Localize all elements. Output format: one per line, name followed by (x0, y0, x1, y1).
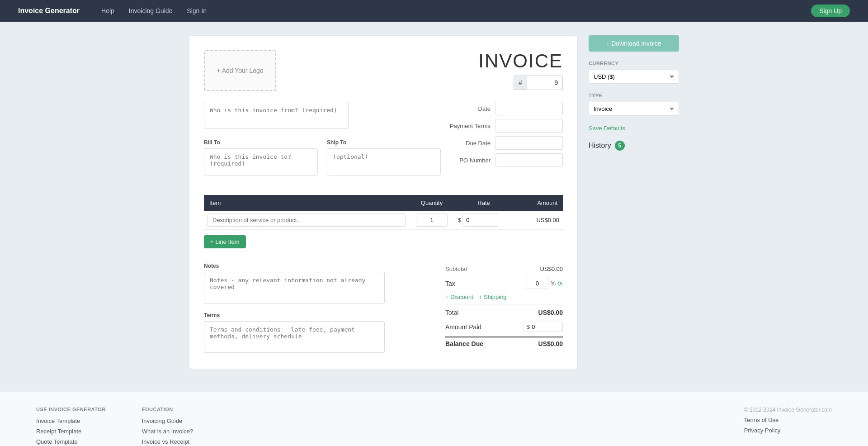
invoice-number-hash: # (514, 76, 527, 90)
currency-label: CURRENCY (589, 61, 679, 66)
due-date-row: Due Date (441, 136, 563, 150)
amount-paid-input[interactable] (532, 323, 559, 330)
nav-invoicing-guide[interactable]: Invoicing Guide (129, 7, 173, 14)
download-invoice-button[interactable]: ↓ Download Invoice (589, 35, 679, 52)
balance-due-row: Balance Due US$0.00 (445, 337, 563, 350)
amount-paid-input-wrap: $ (523, 322, 563, 332)
rate-dollar-symbol: $ (458, 217, 461, 223)
items-table: Item Quantity Rate Amount $ (204, 195, 563, 230)
total-label: Total (445, 309, 459, 316)
tax-row: Tax % ⟳ (445, 275, 563, 292)
logo-upload-label: + Add Your Logo (217, 67, 263, 74)
form-left: Bill To Ship To (204, 102, 441, 186)
add-discount-button[interactable]: + Discount (445, 294, 473, 300)
item-description-input[interactable] (208, 214, 406, 227)
footer-link-invoice-template[interactable]: Invoice Template (36, 418, 106, 424)
currency-select[interactable]: USD ($) EUR (€) GBP (£) CAD ($) AUD ($) (589, 70, 679, 84)
nav-sign-in[interactable]: Sign In (187, 7, 207, 14)
payment-terms-label: Payment Terms (441, 123, 491, 129)
history-label: History (589, 142, 611, 150)
date-input[interactable] (495, 102, 563, 115)
navbar: Invoice Generator Help Invoicing Guide S… (0, 0, 868, 22)
payment-terms-input[interactable] (495, 119, 563, 133)
footer-link-invoice-vs-receipt[interactable]: Invoice vs Receipt (142, 438, 193, 445)
col-quantity: Quantity (409, 195, 454, 211)
po-number-input[interactable] (495, 153, 563, 167)
date-label: Date (441, 105, 491, 112)
footer-col-1: USE INVOICE GENERATOR Invoice Template R… (36, 407, 106, 445)
bill-ship-row: Bill To Ship To (204, 139, 441, 177)
footer-link-privacy[interactable]: Privacy Policy (744, 427, 832, 434)
signup-button[interactable]: Sign Up (811, 5, 850, 17)
item-rate-input[interactable] (462, 214, 498, 227)
invoice-number-row: # (478, 76, 563, 90)
totals-section: Subtotal US$0.00 Tax % ⟳ + Discount + Sh… (445, 263, 563, 354)
footer-copyright: © 2012-2024 Invoice-Generator.com (744, 407, 832, 413)
footer-link-receipt-template[interactable]: Receipt Template (36, 428, 106, 435)
ship-to-input[interactable] (327, 148, 441, 176)
notes-label: Notes (204, 263, 431, 269)
history-badge: 5 (615, 141, 625, 151)
item-rate-cell: $ (454, 211, 513, 230)
table-header-row: Item Quantity Rate Amount (204, 195, 563, 211)
ship-to-label: Ship To (327, 139, 441, 146)
po-number-row: PO Number (441, 153, 563, 167)
add-line-item-button[interactable]: + Line Item (204, 235, 246, 248)
footer-col1-heading: USE INVOICE GENERATOR (36, 407, 106, 412)
bottom-section: Notes Terms Subtotal US$0.00 Tax % (204, 263, 563, 354)
type-section: TYPE Invoice Quote Receipt Estimate (589, 93, 679, 116)
col-rate: Rate (454, 195, 513, 211)
tax-pct-symbol: % (550, 280, 556, 287)
po-number-label: PO Number (441, 157, 491, 164)
type-select[interactable]: Invoice Quote Receipt Estimate (589, 102, 679, 116)
sidebar: ↓ Download Invoice CURRENCY USD ($) EUR … (589, 35, 679, 151)
invoice-number-input[interactable] (527, 76, 563, 90)
from-input[interactable] (204, 102, 349, 129)
col-amount: Amount (513, 195, 563, 211)
brand-logo: Invoice Generator (18, 7, 80, 15)
due-date-label: Due Date (441, 140, 491, 147)
item-desc-cell (204, 211, 409, 230)
total-row: Total US$0.00 (445, 306, 563, 319)
bill-to-input[interactable] (204, 148, 318, 176)
notes-terms-section: Notes Terms (204, 263, 431, 354)
terms-input[interactable] (204, 321, 385, 353)
logo-upload-area[interactable]: + Add Your Logo (204, 50, 276, 91)
item-amount-cell: US$0.00 (513, 211, 563, 230)
total-value: US$0.00 (538, 309, 563, 316)
subtotal-row: Subtotal US$0.00 (445, 263, 563, 275)
form-area: Bill To Ship To Date Payment Terms (204, 102, 563, 186)
save-defaults-link[interactable]: Save Defaults (589, 125, 679, 132)
item-qty-cell (409, 211, 454, 230)
subtotal-label: Subtotal (445, 266, 467, 272)
footer: USE INVOICE GENERATOR Invoice Template R… (0, 392, 868, 446)
meta-section: Date Payment Terms Due Date PO Number (441, 102, 563, 186)
invoice-title: INVOICE (478, 50, 563, 72)
footer-link-what-is-invoice[interactable]: What is an Invoice? (142, 428, 193, 435)
date-row: Date (441, 102, 563, 115)
notes-input[interactable] (204, 272, 385, 304)
nav-help[interactable]: Help (101, 7, 114, 14)
due-date-input[interactable] (495, 136, 563, 150)
balance-due-value: US$0.00 (538, 340, 563, 347)
ship-to-col: Ship To (327, 139, 441, 177)
discount-shipping-row: + Discount + Shipping (445, 292, 563, 302)
amount-paid-row: Amount Paid $ (445, 319, 563, 335)
main-container: + Add Your Logo INVOICE # Bill (0, 22, 868, 383)
terms-label: Terms (204, 312, 431, 318)
balance-due-label: Balance Due (445, 340, 483, 347)
tax-refresh-icon[interactable]: ⟳ (557, 280, 563, 287)
invoice-card: + Add Your Logo INVOICE # Bill (189, 35, 578, 369)
invoice-title-area: INVOICE # (478, 50, 563, 90)
payment-terms-row: Payment Terms (441, 119, 563, 133)
tax-input[interactable] (526, 278, 548, 289)
from-section (204, 102, 441, 130)
footer-link-quote-template[interactable]: Quote Template (36, 438, 106, 445)
footer-col-2: EDUCATION Invoicing Guide What is an Inv… (142, 407, 193, 445)
footer-link-terms[interactable]: Terms of Use (744, 417, 832, 423)
item-quantity-input[interactable] (416, 214, 448, 227)
footer-link-invoicing-guide[interactable]: Invoicing Guide (142, 418, 193, 424)
add-shipping-button[interactable]: + Shipping (479, 294, 507, 300)
tax-input-wrap: % ⟳ (526, 278, 563, 289)
col-item: Item (204, 195, 409, 211)
